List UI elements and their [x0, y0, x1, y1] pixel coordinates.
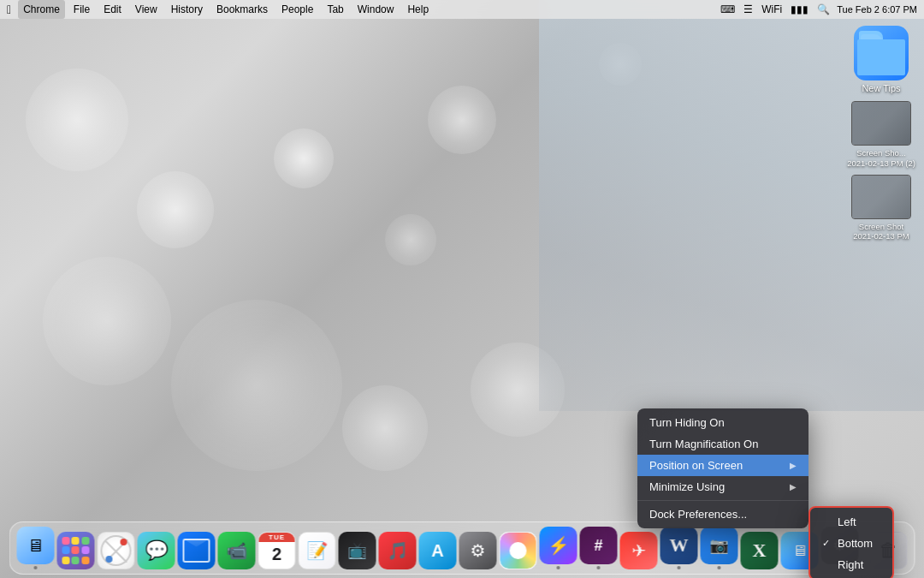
menu-item-position-on-screen[interactable]: Position on Screen ▶ Left ✓ Bottom Right — [637, 455, 808, 476]
dock-item-reminders[interactable]: 📝 — [299, 532, 336, 569]
dock-item-airmail[interactable]: ✈ — [620, 532, 658, 569]
menu-view[interactable]: View — [130, 0, 163, 19]
submenu-item-bottom[interactable]: ✓ Bottom — [810, 533, 892, 554]
desktop-icon-new-tips[interactable]: New Tips — [847, 26, 915, 94]
search-icon[interactable]: 🔍 — [815, 3, 832, 15]
desktop-icons-area: New Tips Screen Sho...2021-02-13 PM (2) … — [847, 26, 915, 241]
menu-tab[interactable]: Tab — [322, 0, 348, 19]
dock-dot-slack — [597, 566, 601, 569]
dock-item-photos[interactable] — [500, 532, 537, 569]
menu-item-dock-preferences[interactable]: Dock Preferences... — [637, 504, 808, 525]
menu-separator — [637, 500, 808, 501]
dock-item-appletv[interactable]: 📺 — [339, 532, 376, 569]
dock-item-excel[interactable]: X — [741, 532, 779, 569]
menu-help[interactable]: Help — [402, 0, 434, 19]
control-center-icon[interactable]: ☰ — [742, 3, 755, 15]
new-tips-label: New Tips — [862, 83, 900, 94]
desktop:  Chrome File Edit View History Bookmark… — [0, 0, 924, 578]
menu-people[interactable]: People — [276, 0, 318, 19]
menu-item-turn-magnification-on[interactable]: Turn Magnification On — [637, 433, 808, 455]
dock-item-appstore[interactable]: A — [419, 532, 457, 569]
dock-item-calendar[interactable]: TUE 2 — [258, 532, 296, 569]
menubar-time: Tue Feb 2 6:07 PM — [837, 4, 917, 15]
keyboard-icon: ⌨ — [719, 3, 737, 15]
dock-item-system-prefs[interactable]: ⚙ — [459, 532, 497, 569]
menu-item-turn-hiding-on[interactable]: Turn Hiding On — [637, 412, 808, 433]
menu-history[interactable]: History — [166, 0, 208, 19]
dock-item-music[interactable]: 🎵 — [379, 532, 417, 569]
dock-item-safari[interactable] — [98, 532, 135, 569]
submenu-item-left[interactable]: Left — [810, 511, 892, 533]
dock-item-slack[interactable]: # — [580, 527, 618, 569]
dock-item-word[interactable]: W — [660, 527, 698, 569]
desktop-icon-screenshot-1[interactable]: Screen Sho...2021-02-13 PM (2) — [847, 101, 915, 168]
dock-dot-word — [678, 566, 681, 569]
dock-dot-messenger — [557, 566, 560, 569]
battery-icon: ▮▮▮ — [789, 3, 810, 15]
menu-file[interactable]: File — [68, 0, 95, 19]
screenshot-2-label: Screen Shot2021-02-13 PM — [853, 222, 909, 241]
dock-item-zoom[interactable]: 📷 — [701, 527, 738, 569]
dock-item-messages[interactable]: 💬 — [138, 532, 175, 569]
dock-item-messenger[interactable]: ⚡ — [540, 527, 578, 569]
context-menu: Turn Hiding On Turn Magnification On Pos… — [637, 408, 808, 528]
menu-app-name[interactable]: Chrome — [18, 0, 65, 19]
context-menu-main: Turn Hiding On Turn Magnification On Pos… — [637, 408, 808, 528]
submenu-arrow-minimize-icon: ▶ — [790, 482, 797, 492]
menu-edit[interactable]: Edit — [98, 0, 127, 19]
menu-bookmarks[interactable]: Bookmarks — [211, 0, 273, 19]
desktop-icon-screenshot-2[interactable]: Screen Shot2021-02-13 PM — [847, 175, 915, 241]
dock: 🖥 — [9, 521, 915, 575]
dock-item-launchpad[interactable] — [57, 532, 95, 569]
submenu-item-right[interactable]: Right — [810, 554, 892, 575]
apple-menu[interactable]:  — [7, 3, 11, 16]
dock-dot-finder — [34, 566, 38, 569]
submenu-arrow-icon: ▶ — [790, 461, 797, 470]
dock-item-mail[interactable] — [178, 532, 216, 569]
wifi-icon[interactable]: WiFi — [760, 3, 784, 15]
submenu-position: Left ✓ Bottom Right — [808, 506, 894, 578]
dock-dot-zoom — [718, 566, 721, 569]
dock-item-finder[interactable]: 🖥 — [17, 527, 55, 569]
menu-window[interactable]: Window — [352, 0, 400, 19]
menu-bar:  Chrome File Edit View History Bookmark… — [0, 0, 924, 19]
check-bottom: ✓ — [822, 538, 832, 549]
screenshot-1-label: Screen Sho...2021-02-13 PM (2) — [847, 148, 915, 168]
menu-item-minimize-using[interactable]: Minimize Using ▶ — [637, 476, 808, 498]
menubar-right-area: ⌨ ☰ WiFi ▮▮▮ 🔍 Tue Feb 2 6:07 PM — [719, 3, 917, 15]
dock-item-facetime[interactable]: 📹 — [218, 532, 256, 569]
